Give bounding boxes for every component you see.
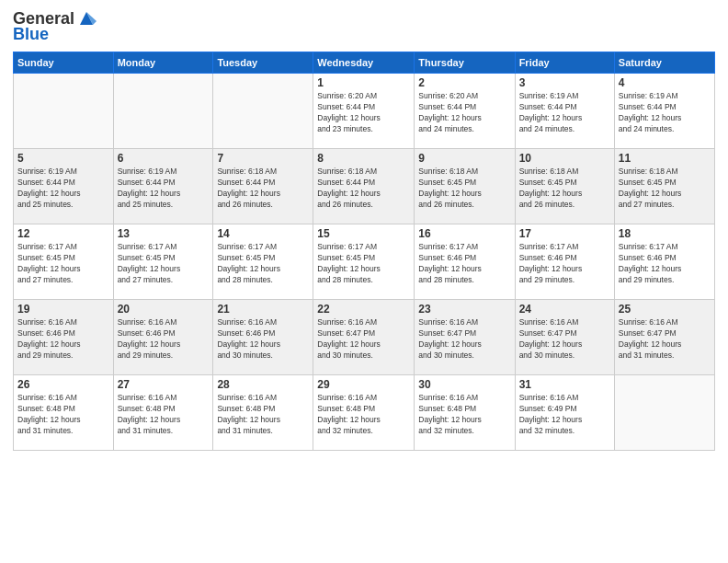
day-number: 15: [317, 227, 410, 240]
day-number: 13: [118, 227, 210, 240]
day-info: Sunrise: 6:17 AM Sunset: 6:45 PM Dayligh…: [317, 242, 410, 286]
calendar-cell: 29Sunrise: 6:16 AM Sunset: 6:48 PM Dayli…: [313, 375, 415, 451]
day-info: Sunrise: 6:16 AM Sunset: 6:48 PM Dayligh…: [317, 393, 410, 437]
day-number: 19: [17, 303, 109, 316]
day-info: Sunrise: 6:16 AM Sunset: 6:48 PM Dayligh…: [418, 393, 510, 437]
calendar-week-row: 19Sunrise: 6:16 AM Sunset: 6:46 PM Dayli…: [14, 300, 715, 375]
calendar-cell: 3Sunrise: 6:19 AM Sunset: 6:44 PM Daylig…: [515, 74, 614, 149]
weekday-header-sunday: Sunday: [14, 52, 114, 74]
weekday-header-thursday: Thursday: [415, 52, 515, 74]
day-info: Sunrise: 6:19 AM Sunset: 6:44 PM Dayligh…: [118, 167, 210, 211]
calendar-cell: 12Sunrise: 6:17 AM Sunset: 6:45 PM Dayli…: [14, 224, 114, 300]
calendar-cell: 10Sunrise: 6:18 AM Sunset: 6:45 PM Dayli…: [515, 149, 614, 224]
calendar-cell: [113, 74, 213, 149]
day-number: 1: [317, 76, 410, 89]
day-number: 25: [619, 303, 711, 316]
day-number: 18: [619, 227, 711, 240]
day-number: 14: [217, 227, 309, 240]
day-info: Sunrise: 6:18 AM Sunset: 6:44 PM Dayligh…: [217, 167, 309, 211]
day-number: 26: [17, 378, 109, 391]
calendar-cell: 13Sunrise: 6:17 AM Sunset: 6:45 PM Dayli…: [113, 224, 213, 300]
day-number: 22: [317, 303, 410, 316]
day-number: 4: [619, 76, 711, 89]
calendar-cell: 15Sunrise: 6:17 AM Sunset: 6:45 PM Dayli…: [313, 224, 415, 300]
day-number: 31: [519, 378, 610, 391]
calendar-cell: 9Sunrise: 6:18 AM Sunset: 6:45 PM Daylig…: [415, 149, 515, 224]
calendar-week-row: 5Sunrise: 6:19 AM Sunset: 6:44 PM Daylig…: [14, 149, 715, 224]
day-info: Sunrise: 6:16 AM Sunset: 6:48 PM Dayligh…: [217, 393, 309, 437]
calendar-cell: 6Sunrise: 6:19 AM Sunset: 6:44 PM Daylig…: [113, 149, 213, 224]
calendar-cell: 5Sunrise: 6:19 AM Sunset: 6:44 PM Daylig…: [14, 149, 114, 224]
day-info: Sunrise: 6:16 AM Sunset: 6:46 PM Dayligh…: [17, 317, 109, 362]
calendar-week-row: 1Sunrise: 6:20 AM Sunset: 6:44 PM Daylig…: [14, 74, 715, 149]
calendar-cell: 16Sunrise: 6:17 AM Sunset: 6:46 PM Dayli…: [415, 224, 515, 300]
day-info: Sunrise: 6:17 AM Sunset: 6:45 PM Dayligh…: [17, 242, 109, 286]
calendar-week-row: 26Sunrise: 6:16 AM Sunset: 6:48 PM Dayli…: [14, 375, 715, 451]
calendar-cell: 19Sunrise: 6:16 AM Sunset: 6:46 PM Dayli…: [14, 300, 114, 375]
calendar: SundayMondayTuesdayWednesdayThursdayFrid…: [13, 52, 715, 451]
day-info: Sunrise: 6:18 AM Sunset: 6:45 PM Dayligh…: [519, 167, 610, 211]
day-info: Sunrise: 6:16 AM Sunset: 6:46 PM Dayligh…: [217, 317, 309, 362]
day-info: Sunrise: 6:16 AM Sunset: 6:48 PM Dayligh…: [17, 393, 109, 437]
page: General Blue SundayMondayTuesdayWednesda…: [0, 0, 728, 563]
day-info: Sunrise: 6:16 AM Sunset: 6:47 PM Dayligh…: [317, 317, 410, 362]
weekday-header-tuesday: Tuesday: [213, 52, 313, 74]
calendar-cell: 11Sunrise: 6:18 AM Sunset: 6:45 PM Dayli…: [614, 149, 714, 224]
calendar-cell: 1Sunrise: 6:20 AM Sunset: 6:44 PM Daylig…: [313, 74, 415, 149]
day-number: 24: [519, 303, 610, 316]
day-info: Sunrise: 6:18 AM Sunset: 6:45 PM Dayligh…: [619, 167, 711, 211]
day-info: Sunrise: 6:17 AM Sunset: 6:45 PM Dayligh…: [118, 242, 210, 286]
day-number: 28: [217, 378, 309, 391]
day-info: Sunrise: 6:17 AM Sunset: 6:46 PM Dayligh…: [519, 242, 610, 286]
calendar-cell: 25Sunrise: 6:16 AM Sunset: 6:47 PM Dayli…: [614, 300, 714, 375]
day-number: 23: [418, 303, 510, 316]
day-number: 30: [418, 378, 510, 391]
calendar-cell: 18Sunrise: 6:17 AM Sunset: 6:46 PM Dayli…: [614, 224, 714, 300]
calendar-cell: 30Sunrise: 6:16 AM Sunset: 6:48 PM Dayli…: [415, 375, 515, 451]
calendar-cell: 26Sunrise: 6:16 AM Sunset: 6:48 PM Dayli…: [14, 375, 114, 451]
weekday-header-wednesday: Wednesday: [313, 52, 415, 74]
weekday-header-monday: Monday: [113, 52, 213, 74]
day-info: Sunrise: 6:19 AM Sunset: 6:44 PM Dayligh…: [619, 91, 711, 135]
day-info: Sunrise: 6:16 AM Sunset: 6:48 PM Dayligh…: [118, 393, 210, 437]
header: General Blue: [13, 9, 715, 44]
weekday-header-friday: Friday: [515, 52, 614, 74]
calendar-cell: 2Sunrise: 6:20 AM Sunset: 6:44 PM Daylig…: [415, 74, 515, 149]
calendar-cell: 8Sunrise: 6:18 AM Sunset: 6:44 PM Daylig…: [313, 149, 415, 224]
day-info: Sunrise: 6:18 AM Sunset: 6:44 PM Dayligh…: [317, 167, 410, 211]
calendar-cell: 4Sunrise: 6:19 AM Sunset: 6:44 PM Daylig…: [614, 74, 714, 149]
calendar-cell: 20Sunrise: 6:16 AM Sunset: 6:46 PM Dayli…: [113, 300, 213, 375]
weekday-header-row: SundayMondayTuesdayWednesdayThursdayFrid…: [14, 52, 715, 74]
day-number: 3: [519, 76, 610, 89]
day-info: Sunrise: 6:16 AM Sunset: 6:47 PM Dayligh…: [519, 317, 610, 362]
calendar-cell: 23Sunrise: 6:16 AM Sunset: 6:47 PM Dayli…: [415, 300, 515, 375]
day-number: 9: [418, 152, 510, 165]
day-number: 27: [118, 378, 210, 391]
calendar-cell: [614, 375, 714, 451]
day-number: 17: [519, 227, 610, 240]
day-number: 21: [217, 303, 309, 316]
day-number: 16: [418, 227, 510, 240]
day-number: 10: [519, 152, 610, 165]
calendar-cell: 7Sunrise: 6:18 AM Sunset: 6:44 PM Daylig…: [213, 149, 313, 224]
calendar-cell: 24Sunrise: 6:16 AM Sunset: 6:47 PM Dayli…: [515, 300, 614, 375]
day-number: 6: [118, 152, 210, 165]
logo: General Blue: [13, 9, 97, 44]
day-info: Sunrise: 6:16 AM Sunset: 6:47 PM Dayligh…: [619, 317, 711, 362]
logo-blue: Blue: [13, 25, 49, 44]
day-number: 5: [17, 152, 109, 165]
calendar-cell: 21Sunrise: 6:16 AM Sunset: 6:46 PM Dayli…: [213, 300, 313, 375]
day-info: Sunrise: 6:20 AM Sunset: 6:44 PM Dayligh…: [317, 91, 410, 135]
day-number: 11: [619, 152, 711, 165]
day-info: Sunrise: 6:18 AM Sunset: 6:45 PM Dayligh…: [418, 167, 510, 211]
calendar-cell: 28Sunrise: 6:16 AM Sunset: 6:48 PM Dayli…: [213, 375, 313, 451]
day-number: 2: [418, 76, 510, 89]
day-info: Sunrise: 6:16 AM Sunset: 6:47 PM Dayligh…: [418, 317, 510, 362]
day-info: Sunrise: 6:16 AM Sunset: 6:49 PM Dayligh…: [519, 393, 610, 437]
calendar-week-row: 12Sunrise: 6:17 AM Sunset: 6:45 PM Dayli…: [14, 224, 715, 300]
day-number: 8: [317, 152, 410, 165]
logo-icon: [76, 8, 97, 29]
calendar-cell: 31Sunrise: 6:16 AM Sunset: 6:49 PM Dayli…: [515, 375, 614, 451]
day-number: 12: [17, 227, 109, 240]
calendar-cell: [14, 74, 114, 149]
